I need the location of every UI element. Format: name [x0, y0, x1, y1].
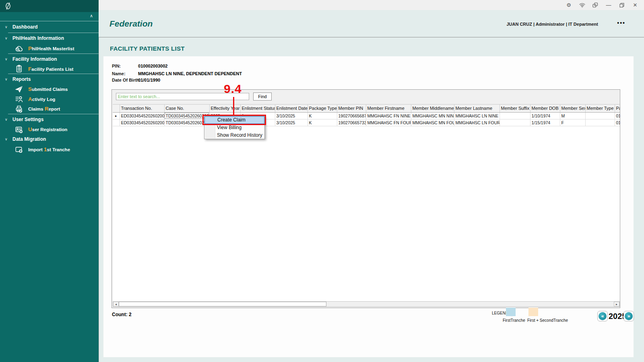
column-header[interactable]: Transaction No. [120, 105, 164, 112]
column-header[interactable]: Member Sex [560, 105, 585, 112]
close-icon[interactable]: ✕ [632, 2, 638, 9]
patients-grid-container: Find Transaction No. Case No. Effectivit… [111, 89, 620, 308]
wifi-icon[interactable] [579, 2, 585, 9]
sidebar-section-data-migration[interactable]: ∨ Data Migration [0, 134, 99, 144]
restore-icon[interactable] [619, 2, 625, 9]
menu-item-show-record-history[interactable]: Show Record History [204, 132, 264, 139]
table-cell[interactable]: M [560, 112, 585, 119]
more-options-icon[interactable]: ••• [617, 20, 625, 26]
app-title: Federation [109, 19, 153, 29]
column-header[interactable]: Pa [615, 105, 620, 112]
patient-name-row: Name: MMGHAHSC LN NINE, DEPENDENT DEPEND… [112, 71, 242, 76]
table-cell[interactable]: ED0303454520260200002 [120, 112, 164, 119]
table-cell[interactable]: 3/10/2025 [275, 112, 308, 119]
name-value: MMGHAHSC LN NINE, DEPENDENT DEPENDENT [138, 71, 242, 76]
column-header[interactable]: Member Middlename [411, 105, 454, 112]
column-header[interactable]: Package Type [308, 105, 337, 112]
column-header[interactable]: Member Lastname [454, 105, 500, 112]
next-year-button[interactable]: » [623, 311, 634, 321]
row-indicator-icon[interactable]: ▸ [113, 112, 120, 119]
table-row[interactable]: ED0303454520260200001 TD0303454520260200… [113, 119, 620, 126]
annotation-step-label: 9.4 [224, 82, 242, 96]
previous-year-button[interactable]: « [597, 311, 608, 321]
page-title: FACILITY PATIENTS LIST [110, 45, 185, 52]
sidebar-section-reports[interactable]: ∨ Reports [0, 74, 99, 84]
sidebar-section-philhealth-information[interactable]: ∨ PhilHealth Information [0, 33, 99, 43]
sidebar-section-facility-information[interactable]: ∨ Facility Information [0, 54, 99, 64]
table-cell[interactable]: 1/15/1974 [530, 119, 560, 126]
scroll-left-icon[interactable]: ◂ [113, 302, 119, 306]
table-cell[interactable]: MMGHAHSC LN NINE [454, 112, 500, 119]
table-cell[interactable]: K [308, 119, 337, 126]
collapse-sidebar-icon[interactable]: ∧ [90, 13, 93, 19]
table-cell[interactable]: 1/10/1974 [530, 112, 560, 119]
sidebar-section-user-settings[interactable]: ∨ User Settings [0, 114, 99, 124]
sidebar-item-activity-log[interactable]: Activity Log [0, 94, 99, 104]
table-cell[interactable] [500, 119, 530, 126]
sidebar-logo-strip [0, 0, 99, 12]
activity-log-icon [14, 95, 24, 103]
table-cell[interactable]: 01 [615, 112, 620, 119]
table-cell[interactable]: MMGHAHSC FN FOURTEEN [366, 119, 411, 126]
horizontal-scrollbar[interactable]: ◂ ▸ [113, 301, 620, 307]
column-header[interactable]: Member Firstname [366, 105, 411, 112]
minimize-icon[interactable]: — [605, 2, 612, 9]
sidebar-item-philhealth-masterlist[interactable]: PhilHealth Masterlist [0, 43, 99, 53]
chevron-double-left-icon: « [599, 312, 607, 320]
sidebar-item-import-1st-tranche[interactable]: Import 1st Tranche [0, 144, 99, 154]
table-cell[interactable]: K [308, 112, 337, 119]
table-area: Transaction No. Case No. Effectivity Yea… [113, 104, 620, 301]
table-cell[interactable]: TD0303454520260200001 [164, 119, 209, 126]
column-header[interactable]: Enlistment Date [275, 105, 308, 112]
column-header[interactable]: Case No. [164, 105, 209, 112]
sidebar-item-label: PhilHealth Masterlist [28, 45, 74, 51]
column-header[interactable] [113, 105, 120, 112]
scrollbar-thumb[interactable] [119, 302, 326, 306]
column-header[interactable]: Member Type [585, 105, 615, 112]
table-cell[interactable]: MMGHAHSC MN NINE [411, 112, 454, 119]
table-header-row: Transaction No. Case No. Effectivity Yea… [113, 105, 620, 112]
table-cell[interactable]: ED0303454520260200001 [120, 119, 164, 126]
menu-item-create-claim[interactable]: Create Claim [204, 116, 264, 124]
sidebar-item-label: Submitted Claims [28, 86, 68, 92]
column-header[interactable]: Member DOB [530, 105, 560, 112]
user-info: JUAN CRUZ | Administrator | IT Departmen… [506, 22, 598, 27]
sidebar-item-claims-report[interactable]: Claims Report [0, 104, 99, 114]
table-cell[interactable]: 3/10/2025 [275, 119, 308, 126]
sidebar-navigation: ∧ ∨ Dashboard ∨ PhilHealth Information P… [0, 0, 99, 362]
table-cell[interactable]: 190270665687 [337, 112, 366, 119]
sidebar-item-facility-patients-list[interactable]: Facility Patients List [0, 64, 99, 74]
chevron-double-right-icon: » [625, 312, 633, 320]
app-switcher-icon[interactable] [592, 2, 599, 9]
scroll-right-icon[interactable]: ▸ [614, 302, 619, 306]
chevron-down-icon: ∨ [5, 57, 9, 61]
dob-label: Date Of Birth: [112, 78, 137, 82]
app-window: { "titlebar": { "gear_icon": "⚙", "minim… [0, 0, 644, 362]
table-cell[interactable]: 01 [615, 119, 620, 126]
find-button[interactable]: Find [253, 93, 272, 101]
column-header[interactable]: Member PIN [337, 105, 366, 112]
table-cell[interactable]: 190270665733 [337, 119, 366, 126]
settings-gear-icon[interactable]: ⚙ [566, 2, 572, 9]
table-row[interactable]: ▸ ED0303454520260200002 TD03034545202602… [113, 112, 620, 119]
sidebar-section-label: PhilHealth Information [12, 35, 64, 41]
column-header[interactable]: Enlistment Status [240, 105, 275, 112]
table-cell[interactable]: MMGHAHSC FN NINE [366, 112, 411, 119]
year-value: 2025 [609, 312, 623, 321]
chevron-down-icon: ∨ [5, 137, 9, 141]
legend-swatch-first-second-tranche [528, 308, 538, 316]
table-cell[interactable]: F [560, 119, 585, 126]
table-cell[interactable] [500, 112, 530, 119]
row-indicator-icon[interactable] [113, 119, 120, 126]
sidebar-item-user-registration[interactable]: User Registration [0, 124, 99, 134]
column-header[interactable]: Effectivity Year [209, 105, 240, 112]
table-cell[interactable]: MMGHAHSC LN FOURTEEN [454, 119, 500, 126]
sidebar-item-submitted-claims[interactable]: Submitted Claims [0, 84, 99, 94]
table-cell[interactable] [585, 119, 615, 126]
column-header[interactable]: Member Suffix [500, 105, 530, 112]
table-cell[interactable] [585, 112, 615, 119]
sidebar-section-dashboard[interactable]: ∨ Dashboard [0, 21, 99, 33]
table-cell[interactable]: TD0303454520260200002 [164, 112, 209, 119]
menu-item-view-billing[interactable]: View Billing [204, 124, 264, 132]
table-cell[interactable]: MMGHAHSC MN FOURTEEN [411, 119, 454, 126]
